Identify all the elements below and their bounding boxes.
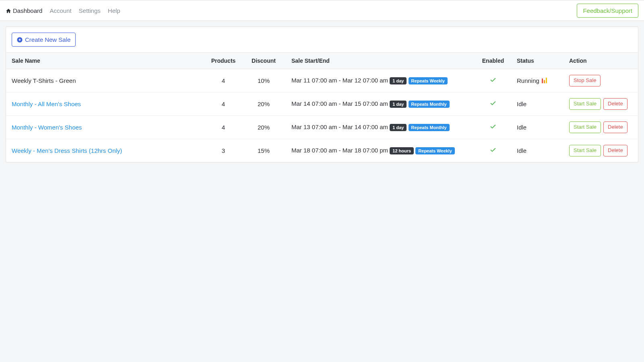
- duration-badge: 1 day: [390, 77, 407, 84]
- cell-discount: 20%: [242, 115, 286, 139]
- cell-action: Start SaleDelete: [564, 139, 638, 162]
- th-discount: Discount: [242, 53, 286, 69]
- time-range: Mar 18 07:00 am - Mar 18 07:00 pm: [291, 147, 390, 154]
- table-header-row: Sale Name Products Discount Sale Start/E…: [6, 53, 638, 69]
- sale-name: Weekly T-Shirts - Green: [12, 77, 76, 84]
- sale-name[interactable]: Monthly - All Men's Shoes: [12, 101, 81, 107]
- repeat-badge: Repeats Weekly: [415, 147, 455, 154]
- table-row: Monthly - Women's Shoes420%Mar 13 07:00 …: [6, 115, 638, 139]
- cell-action: Stop Sale: [564, 69, 638, 93]
- status-text: Running: [517, 77, 539, 84]
- cell-start-end: Mar 18 07:00 am - Mar 18 07:00 pm 12 hou…: [286, 139, 475, 162]
- table-row: Weekly - Men's Dress Shirts (12hrs Only)…: [6, 139, 638, 162]
- repeat-badge: Repeats Weekly: [409, 77, 448, 84]
- cell-start-end: Mar 14 07:00 am - Mar 15 07:00 am 1 day …: [286, 92, 475, 115]
- duration-badge: 1 day: [390, 124, 407, 131]
- repeat-badge: Repeats Monthly: [409, 101, 450, 108]
- start-sale-button[interactable]: Start Sale: [569, 145, 601, 156]
- repeat-badge: Repeats Monthly: [409, 124, 450, 131]
- nav-left: Dashboard Account Settings Help: [6, 7, 120, 14]
- nav-help[interactable]: Help: [108, 7, 120, 14]
- cell-products: 3: [205, 139, 242, 162]
- th-action: Action: [564, 53, 638, 69]
- check-icon: [490, 124, 496, 131]
- cell-status: Idle: [511, 139, 564, 162]
- th-status: Status: [511, 53, 564, 69]
- nav-account[interactable]: Account: [50, 7, 71, 14]
- delete-button[interactable]: Delete: [603, 145, 627, 156]
- nav-settings[interactable]: Settings: [79, 7, 101, 14]
- delete-button[interactable]: Delete: [603, 98, 627, 110]
- cell-enabled: [475, 69, 511, 93]
- cell-discount: 10%: [242, 69, 286, 93]
- start-sale-button[interactable]: Start Sale: [569, 121, 601, 133]
- cell-action: Start SaleDelete: [564, 115, 638, 139]
- check-icon: [490, 78, 496, 84]
- top-nav: Dashboard Account Settings Help Feedback…: [0, 0, 644, 21]
- table-row: Weekly T-Shirts - Green410%Mar 11 07:00 …: [6, 69, 638, 93]
- duration-badge: 1 day: [390, 101, 407, 108]
- th-start-end: Sale Start/End: [286, 53, 475, 69]
- cell-products: 4: [205, 69, 242, 93]
- cell-status: Running: [511, 69, 564, 93]
- panel-header: Create New Sale: [6, 27, 638, 52]
- cell-sale-name: Monthly - Women's Shoes: [6, 115, 205, 139]
- feedback-button[interactable]: Feedback/Support: [577, 4, 638, 18]
- table-row: Monthly - All Men's Shoes420%Mar 14 07:0…: [6, 92, 638, 115]
- duration-badge: 12 hours: [390, 147, 414, 154]
- status-text: Idle: [517, 124, 526, 131]
- sales-table: Sale Name Products Discount Sale Start/E…: [6, 52, 638, 162]
- check-icon: [490, 148, 496, 154]
- cell-status: Idle: [511, 92, 564, 115]
- th-enabled: Enabled: [475, 53, 511, 69]
- cell-start-end: Mar 13 07:00 am - Mar 14 07:00 am 1 day …: [286, 115, 475, 139]
- time-range: Mar 11 07:00 am - Mar 12 07:00 am: [291, 77, 390, 84]
- cell-discount: 20%: [242, 92, 286, 115]
- cell-enabled: [475, 139, 511, 162]
- home-icon: [6, 8, 11, 14]
- time-range: Mar 14 07:00 am - Mar 15 07:00 am: [291, 100, 390, 107]
- sale-name[interactable]: Weekly - Men's Dress Shirts (12hrs Only): [12, 147, 122, 154]
- time-range: Mar 13 07:00 am - Mar 14 07:00 am: [291, 123, 390, 130]
- th-sale-name: Sale Name: [6, 53, 205, 69]
- cell-enabled: [475, 92, 511, 115]
- check-icon: [490, 101, 496, 108]
- start-sale-button[interactable]: Start Sale: [569, 98, 601, 110]
- cell-products: 4: [205, 115, 242, 139]
- cell-action: Start SaleDelete: [564, 92, 638, 115]
- cell-products: 4: [205, 92, 242, 115]
- plus-circle-icon: [17, 37, 23, 43]
- status-text: Idle: [517, 147, 526, 154]
- sales-panel: Create New Sale Sale Name Products Disco…: [6, 27, 638, 162]
- delete-button[interactable]: Delete: [603, 121, 627, 133]
- running-bars-icon: [542, 78, 547, 83]
- nav-dashboard[interactable]: Dashboard: [6, 7, 42, 14]
- cell-status: Idle: [511, 115, 564, 139]
- create-sale-button[interactable]: Create New Sale: [12, 33, 76, 47]
- cell-sale-name: Monthly - All Men's Shoes: [6, 92, 205, 115]
- cell-sale-name: Weekly T-Shirts - Green: [6, 69, 205, 93]
- status-text: Idle: [517, 101, 526, 107]
- create-sale-label: Create New Sale: [25, 36, 70, 43]
- stop-sale-button[interactable]: Stop Sale: [569, 75, 601, 86]
- cell-enabled: [475, 115, 511, 139]
- cell-start-end: Mar 11 07:00 am - Mar 12 07:00 am 1 day …: [286, 69, 475, 93]
- th-products: Products: [205, 53, 242, 69]
- nav-dashboard-label: Dashboard: [13, 7, 42, 14]
- cell-sale-name: Weekly - Men's Dress Shirts (12hrs Only): [6, 139, 205, 162]
- sale-name[interactable]: Monthly - Women's Shoes: [12, 124, 82, 131]
- cell-discount: 15%: [242, 139, 286, 162]
